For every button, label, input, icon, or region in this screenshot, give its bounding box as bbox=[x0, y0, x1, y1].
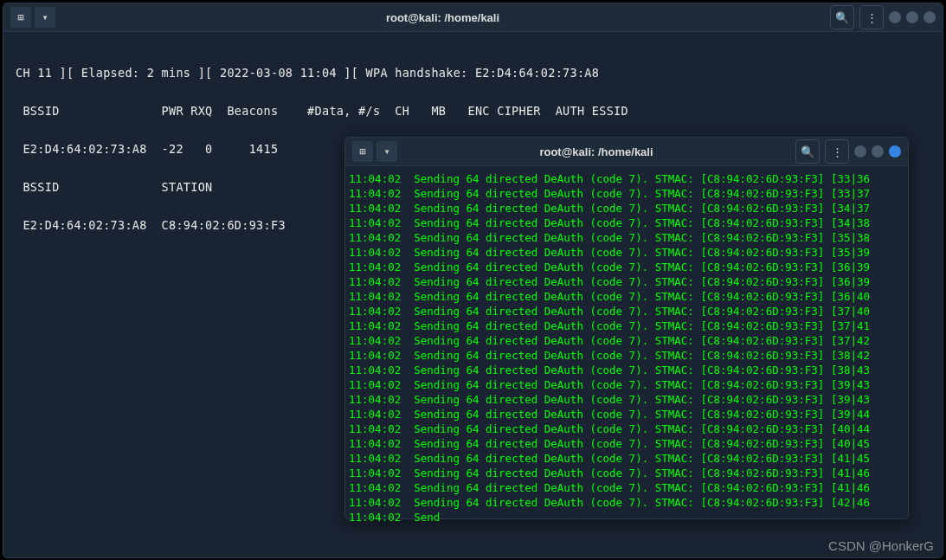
deauth-log-line: 11:04:02 Sending 64 directed DeAuth (cod… bbox=[349, 274, 904, 289]
chevron-down-icon: ▾ bbox=[383, 145, 389, 158]
minimize-button[interactable] bbox=[854, 145, 866, 158]
deauth-log-line: 11:04:02 Sending 64 directed DeAuth (cod… bbox=[349, 451, 904, 466]
station-table-header: BSSID STATION bbox=[16, 180, 213, 194]
deauth-log-line: 11:04:02 Send bbox=[349, 510, 904, 525]
deauth-log-line: 11:04:02 Sending 64 directed DeAuth (cod… bbox=[349, 245, 904, 260]
deauth-log-line: 11:04:02 Sending 64 directed DeAuth (cod… bbox=[349, 495, 904, 510]
deauth-log-line: 11:04:02 Sending 64 directed DeAuth (cod… bbox=[349, 392, 904, 407]
tab-dropdown-button[interactable]: ▾ bbox=[35, 7, 55, 28]
window-title: root@kali: /home/kali bbox=[55, 11, 830, 24]
deauth-log-line: 11:04:02 Sending 64 directed DeAuth (cod… bbox=[349, 333, 904, 348]
search-button[interactable]: 🔍 bbox=[795, 139, 820, 164]
deauth-log-line: 11:04:02 Sending 64 directed DeAuth (cod… bbox=[349, 230, 904, 245]
deauth-log-line: 11:04:02 Sending 64 directed DeAuth (cod… bbox=[349, 260, 904, 274]
deauth-log-line: 11:04:02 Sending 64 directed DeAuth (cod… bbox=[349, 319, 904, 333]
deauth-log-line: 11:04:02 Sending 64 directed DeAuth (cod… bbox=[349, 171, 904, 186]
terminal-output[interactable]: 11:04:02 Sending 64 directed DeAuth (cod… bbox=[345, 166, 908, 530]
menu-button[interactable]: ⋮ bbox=[825, 139, 849, 164]
search-icon: 🔍 bbox=[835, 11, 849, 24]
minimize-button[interactable] bbox=[889, 11, 901, 23]
ap-table-header: BSSID PWR RXQ Beacons #Data, #/s CH MB E… bbox=[16, 104, 628, 118]
menu-icon: ⋮ bbox=[866, 11, 878, 24]
deauth-log-line: 11:04:02 Sending 64 directed DeAuth (cod… bbox=[349, 466, 904, 480]
deauth-log-line: 11:04:02 Sending 64 directed DeAuth (cod… bbox=[349, 407, 904, 422]
deauth-log-line: 11:04:02 Sending 64 directed DeAuth (cod… bbox=[349, 422, 904, 436]
airodump-status-line: CH 11 ][ Elapsed: 2 mins ][ 2022-03-08 1… bbox=[16, 66, 599, 80]
titlebar[interactable]: ⊞ ▾ root@kali: /home/kali 🔍 ⋮ bbox=[345, 138, 908, 166]
terminal-window-aireplay: ⊞ ▾ root@kali: /home/kali 🔍 ⋮ 11:04:02 S… bbox=[344, 137, 909, 519]
deauth-log-line: 11:04:02 Sending 64 directed DeAuth (cod… bbox=[349, 216, 904, 230]
search-icon: 🔍 bbox=[801, 145, 814, 158]
deauth-log-line: 11:04:02 Sending 64 directed DeAuth (cod… bbox=[349, 363, 904, 377]
deauth-log-line: 11:04:02 Sending 64 directed DeAuth (cod… bbox=[349, 436, 904, 451]
new-tab-button[interactable]: ⊞ bbox=[10, 7, 31, 28]
titlebar[interactable]: ⊞ ▾ root@kali: /home/kali 🔍 ⋮ bbox=[3, 3, 943, 32]
close-button[interactable] bbox=[889, 145, 901, 158]
deauth-log-line: 11:04:02 Sending 64 directed DeAuth (cod… bbox=[349, 304, 904, 319]
station-table-row: E2:D4:64:02:73:A8 C8:94:02:6D:93:F3 bbox=[16, 218, 286, 232]
chevron-down-icon: ▾ bbox=[42, 11, 48, 23]
maximize-button[interactable] bbox=[872, 145, 884, 158]
new-tab-icon: ⊞ bbox=[359, 145, 365, 158]
new-tab-icon: ⊞ bbox=[17, 11, 23, 23]
menu-icon: ⋮ bbox=[832, 145, 843, 158]
deauth-log-line: 11:04:02 Sending 64 directed DeAuth (cod… bbox=[349, 377, 904, 392]
search-button[interactable]: 🔍 bbox=[830, 5, 854, 29]
close-button[interactable] bbox=[923, 11, 936, 23]
watermark: CSDN @HonkerG bbox=[828, 538, 934, 553]
new-tab-button[interactable]: ⊞ bbox=[352, 141, 373, 162]
deauth-log-line: 11:04:02 Sending 64 directed DeAuth (cod… bbox=[349, 289, 904, 304]
deauth-log-line: 11:04:02 Sending 64 directed DeAuth (cod… bbox=[349, 480, 904, 495]
deauth-log-line: 11:04:02 Sending 64 directed DeAuth (cod… bbox=[349, 348, 904, 363]
menu-button[interactable]: ⋮ bbox=[859, 5, 884, 29]
deauth-log-line: 11:04:02 Sending 64 directed DeAuth (cod… bbox=[349, 186, 904, 201]
ap-table-row: E2:D4:64:02:73:A8 -22 0 1415 bbox=[16, 142, 278, 156]
tab-dropdown-button[interactable]: ▾ bbox=[376, 141, 397, 162]
deauth-log-line: 11:04:02 Sending 64 directed DeAuth (cod… bbox=[349, 201, 904, 216]
window-title: root@kali: /home/kali bbox=[397, 145, 795, 158]
maximize-button[interactable] bbox=[906, 11, 918, 23]
